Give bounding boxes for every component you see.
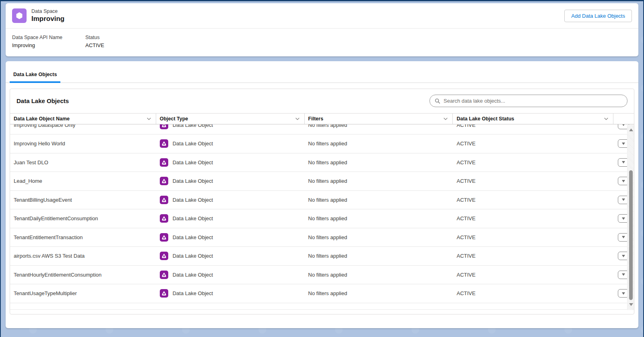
dlo-status: ACTIVE xyxy=(456,159,475,165)
field-status-label: Status xyxy=(85,34,159,41)
table-row[interactable]: TenantDailyEntitlementConsumption Data L… xyxy=(10,209,634,228)
dlo-status: ACTIVE xyxy=(456,124,475,128)
dlo-name[interactable]: TenantEntitlementTransaction xyxy=(14,234,83,240)
row-status-cell: ACTIVE xyxy=(453,215,613,221)
dlo-type: Data Lake Object xyxy=(173,141,213,147)
chevron-down-icon[interactable] xyxy=(443,116,448,122)
table-row[interactable]: airports.csv AWS S3 Test Data Data Lake … xyxy=(10,247,634,266)
row-name-cell: TenantEntitlementTransaction xyxy=(10,234,156,240)
row-type-cell: Data Lake Object xyxy=(156,196,305,204)
table-row[interactable]: Improving Hello World Data Lake Object N… xyxy=(10,134,634,153)
row-status-cell: ACTIVE xyxy=(453,290,613,296)
row-filters-cell: No filters applied xyxy=(305,253,453,259)
field-api-name-label: Data Space API Name xyxy=(12,34,85,41)
panel-title: Data Lake Objects xyxy=(17,97,69,104)
page-title: Improving xyxy=(31,14,64,23)
data-lake-object-icon xyxy=(160,139,168,148)
app-background: Data Space Improving Add Data Lake Objec… xyxy=(1,1,643,337)
dlo-status: ACTIVE xyxy=(456,290,475,296)
data-space-icon xyxy=(12,8,27,23)
caret-down-icon xyxy=(622,217,625,220)
dlo-filters: No filters applied xyxy=(308,124,347,128)
dlo-filters: No filters applied xyxy=(308,234,347,240)
search-input[interactable] xyxy=(444,98,622,104)
dlo-name[interactable]: Improving Dataspace Only xyxy=(14,124,75,128)
row-filters-cell: No filters applied xyxy=(305,141,453,147)
dlo-name[interactable]: Juan Test DLO xyxy=(14,159,48,165)
data-lake-object-icon xyxy=(160,289,168,298)
dlo-status: ACTIVE xyxy=(456,197,475,203)
column-header-type[interactable]: Object Type xyxy=(156,114,305,124)
dlo-name[interactable]: Improving Hello World xyxy=(14,141,65,147)
search-box[interactable] xyxy=(429,95,627,107)
row-type-cell: Data Lake Object xyxy=(156,177,305,185)
chevron-down-icon[interactable] xyxy=(603,116,609,122)
row-name-cell: TenantUsageTypeMultiplier xyxy=(10,290,156,296)
dlo-name[interactable]: TenantHourlyEntitlementConsumption xyxy=(14,272,101,278)
table-scrollbar[interactable] xyxy=(627,125,634,310)
add-data-lake-objects-button[interactable]: Add Data Lake Objects xyxy=(564,10,632,22)
row-type-cell: Data Lake Object xyxy=(156,252,305,260)
row-status-cell: ACTIVE xyxy=(453,141,613,147)
column-header-filters[interactable]: Filters xyxy=(305,114,453,124)
scrollbar-up-icon[interactable] xyxy=(629,128,633,132)
table-row[interactable]: TenantHourlyEntitlementConsumption Data … xyxy=(10,266,634,285)
table-row[interactable]: Juan Test DLO Data Lake Object No filter… xyxy=(10,153,634,172)
dlo-name[interactable]: TenantUsageTypeMultiplier xyxy=(14,290,77,296)
caret-down-icon xyxy=(622,198,625,201)
dlo-type: Data Lake Object xyxy=(173,215,213,221)
data-lake-object-icon xyxy=(160,158,168,167)
dlo-status: ACTIVE xyxy=(456,272,475,278)
table-row[interactable]: TenantEntitlementTransaction Data Lake O… xyxy=(10,228,634,247)
row-status-cell: ACTIVE xyxy=(453,253,613,259)
dlo-filters: No filters applied xyxy=(308,197,347,203)
dlo-name[interactable]: Lead_Home xyxy=(14,178,42,184)
dlo-type: Data Lake Object xyxy=(173,159,213,165)
table-body: Improving Dataspace Only Data Lake Objec… xyxy=(10,124,634,310)
search-icon xyxy=(435,98,440,104)
tab-bar: Data Lake Objects xyxy=(6,61,638,83)
dlo-name[interactable]: TenantBillingUsageEvent xyxy=(14,197,72,203)
column-header-status[interactable]: Data Lake Object Status xyxy=(453,114,613,124)
table-row[interactable]: Improving Dataspace Only Data Lake Objec… xyxy=(10,124,634,135)
dlo-type: Data Lake Object xyxy=(173,178,213,184)
row-name-cell: Juan Test DLO xyxy=(10,159,156,165)
caret-down-icon xyxy=(622,292,625,295)
row-status-cell: ACTIVE xyxy=(453,159,613,165)
row-filters-cell: No filters applied xyxy=(305,178,453,184)
scrollbar-down-icon[interactable] xyxy=(629,303,633,307)
dlo-name[interactable]: TenantDailyEntitlementConsumption xyxy=(14,215,98,221)
row-filters-cell: No filters applied xyxy=(305,159,453,165)
field-api-name: Data Space API Name Improving xyxy=(12,34,85,50)
scrollbar-thumb[interactable] xyxy=(629,170,633,300)
caret-down-icon xyxy=(622,180,625,182)
row-type-cell: Data Lake Object xyxy=(156,271,305,279)
row-filters-cell: No filters applied xyxy=(305,215,453,221)
row-type-cell: Data Lake Object xyxy=(156,233,305,242)
field-status: Status ACTIVE xyxy=(85,34,159,50)
caret-down-icon xyxy=(622,161,625,163)
column-header-name[interactable]: Data Lake Object Name xyxy=(10,114,156,124)
dlo-type: Data Lake Object xyxy=(173,234,213,240)
data-lake-object-icon xyxy=(160,177,168,185)
data-lake-object-icon xyxy=(160,252,168,260)
dlo-filters: No filters applied xyxy=(308,215,347,221)
tab-data-lake-objects[interactable]: Data Lake Objects xyxy=(10,68,60,83)
chevron-down-icon[interactable] xyxy=(295,116,300,122)
dlo-status: ACTIVE xyxy=(456,141,475,147)
dlo-status: ACTIVE xyxy=(456,215,475,221)
table-header-row: Data Lake Object Name Object Type Filter… xyxy=(10,113,634,124)
dlo-status: ACTIVE xyxy=(456,234,475,240)
table-row[interactable]: TenantBillingUsageEvent Data Lake Object… xyxy=(10,191,634,210)
row-type-cell: Data Lake Object xyxy=(156,214,305,223)
chevron-down-icon[interactable] xyxy=(146,116,152,122)
row-filters-cell: No filters applied xyxy=(305,272,453,278)
caret-down-icon xyxy=(622,124,625,126)
table-row[interactable]: TenantUsageTypeMultiplier Data Lake Obje… xyxy=(10,284,634,303)
data-lake-object-icon xyxy=(160,214,168,223)
dlo-name[interactable]: airports.csv AWS S3 Test Data xyxy=(14,253,85,259)
caret-down-icon xyxy=(622,255,625,257)
row-filters-cell: No filters applied xyxy=(305,290,453,296)
table-row[interactable]: Lead_Home Data Lake Object No filters ap… xyxy=(10,172,634,191)
entity-label: Data Space xyxy=(31,8,64,15)
